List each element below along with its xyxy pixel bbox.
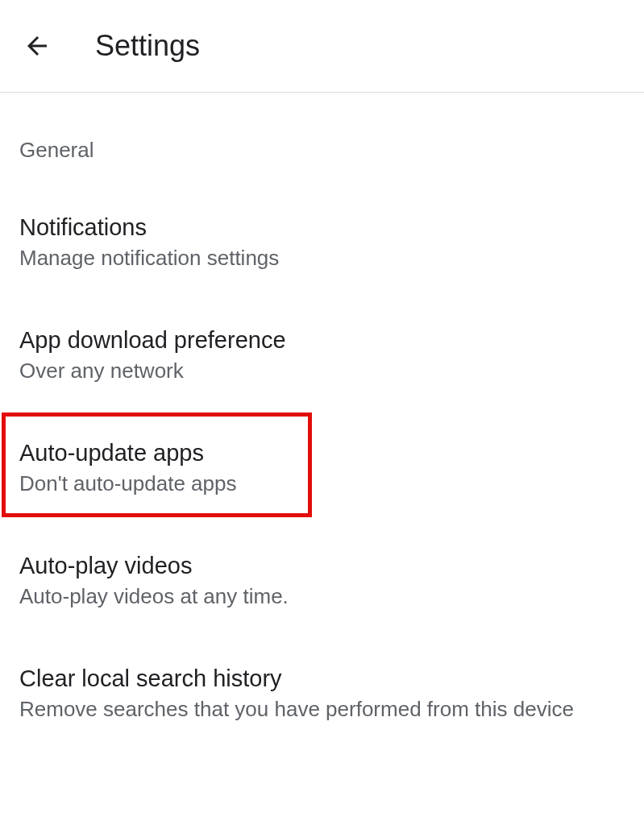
setting-title: Auto-update apps <box>19 440 625 466</box>
setting-auto-update-apps[interactable]: Auto-update apps Don't auto-update apps <box>0 412 644 525</box>
setting-subtitle: Auto-play videos at any time. <box>19 582 625 611</box>
back-arrow-icon <box>23 31 52 60</box>
setting-title: Notifications <box>19 214 625 241</box>
setting-clear-local-search-history[interactable]: Clear local search history Remove search… <box>0 638 644 751</box>
settings-content: General Notifications Manage notificatio… <box>0 93 644 751</box>
setting-subtitle: Remove searches that you have performed … <box>19 695 625 723</box>
setting-title: App download preference <box>19 327 625 354</box>
setting-auto-play-videos[interactable]: Auto-play videos Auto-play videos at any… <box>0 525 644 638</box>
setting-notifications[interactable]: Notifications Manage notification settin… <box>0 187 644 300</box>
back-button[interactable] <box>19 28 55 64</box>
setting-title: Clear local search history <box>19 665 625 692</box>
section-header-general: General <box>0 93 644 187</box>
app-header: Settings <box>0 0 644 93</box>
setting-subtitle: Don't auto-update apps <box>19 470 625 498</box>
setting-subtitle: Over any network <box>19 357 625 385</box>
setting-title: Auto-play videos <box>19 553 625 579</box>
setting-app-download-preference[interactable]: App download preference Over any network <box>0 300 644 412</box>
page-title: Settings <box>95 29 200 63</box>
setting-subtitle: Manage notification settings <box>19 244 625 272</box>
